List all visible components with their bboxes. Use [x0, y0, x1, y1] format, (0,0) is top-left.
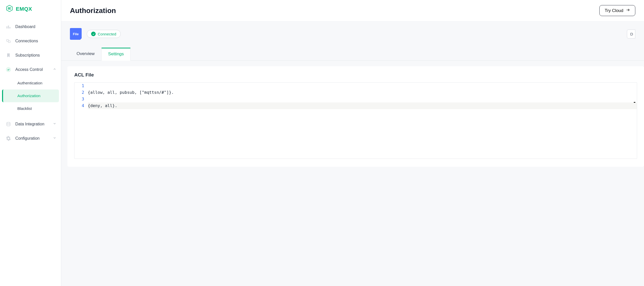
chevron-up-icon: [53, 67, 56, 72]
main-content: Authorization Try Cloud File Connected: [61, 0, 644, 286]
svg-rect-4: [7, 26, 7, 28]
line-number: 1: [75, 83, 88, 89]
svg-point-9: [7, 122, 10, 124]
file-chip-label: File: [73, 32, 79, 36]
editor-cursor-mark: [634, 102, 635, 103]
sidebar-item-label: Authorization: [17, 94, 40, 98]
status-text: Connected: [98, 32, 116, 36]
sidebar-item-label: Subscriptions: [15, 53, 56, 58]
content-area: File Connected D Overview Settings: [61, 21, 644, 286]
chevron-down-icon: [53, 136, 56, 141]
tab-label: Settings: [108, 51, 124, 56]
link-icon: [6, 38, 11, 44]
chevron-down-icon: [53, 122, 56, 126]
bookmark-plus-icon: [6, 53, 11, 58]
sidebar-item-data-integration[interactable]: Data Integration: [0, 117, 61, 131]
gear-icon: [6, 136, 11, 141]
settings-panel: ACL File 1 2 {allow, all, pubsub, ["mqtt…: [67, 66, 644, 167]
check-circle-icon: [91, 32, 96, 36]
sidebar-item-label: Authentication: [17, 81, 42, 85]
try-cloud-button[interactable]: Try Cloud: [599, 5, 635, 16]
sidebar-item-connections[interactable]: Connections: [0, 34, 61, 48]
line-number: 2: [75, 89, 88, 96]
emqx-logo-icon: [6, 5, 13, 13]
source-row: File Connected D: [61, 21, 644, 40]
brand-name: EMQX: [16, 6, 32, 12]
svg-rect-5: [8, 25, 9, 29]
sidebar-item-label: Blacklist: [17, 106, 32, 111]
try-cloud-label: Try Cloud: [605, 8, 623, 13]
line-number: 3: [75, 96, 88, 102]
database-icon: [6, 121, 11, 127]
code-line: [88, 83, 637, 89]
sidebar-item-authorization[interactable]: Authorization: [2, 89, 59, 102]
sidebar-item-label: Configuration: [15, 136, 53, 141]
sidebar-item-label: Connections: [15, 39, 56, 43]
sidebar-item-access-control[interactable]: Access Control: [0, 62, 61, 77]
sidebar-item-label: Data Integration: [15, 122, 53, 126]
code-line: {allow, all, pubsub, ["mqttsn/#"]}.: [88, 89, 637, 96]
tab-settings[interactable]: Settings: [101, 48, 131, 61]
sidebar-item-label: Access Control: [15, 67, 53, 72]
edge-action-button[interactable]: D: [627, 30, 635, 38]
shield-check-icon: [6, 67, 11, 72]
tabs: Overview Settings: [61, 40, 644, 61]
brand-logo[interactable]: EMQX: [0, 0, 61, 18]
code-line: {deny, all}.: [88, 102, 637, 109]
code-line: [88, 96, 637, 102]
arrow-right-icon: [626, 8, 630, 13]
sidebar-item-blacklist[interactable]: Blacklist: [2, 102, 59, 115]
sidebar-item-authentication[interactable]: Authentication: [2, 77, 59, 89]
page-title: Authorization: [70, 7, 116, 15]
panel-title: ACL File: [74, 72, 637, 78]
bar-chart-icon: [6, 24, 11, 30]
tab-overview[interactable]: Overview: [70, 48, 101, 61]
connection-status-pill: Connected: [87, 30, 121, 38]
sidebar-item-subscriptions[interactable]: Subscriptions: [0, 48, 61, 62]
tab-label: Overview: [77, 51, 95, 56]
sidebar-sublist-access-control: Authentication Authorization Blacklist: [2, 77, 59, 115]
sidebar: EMQX Dashboard Connections Subscriptions: [0, 0, 61, 286]
acl-code-editor[interactable]: 1 2 {allow, all, pubsub, ["mqttsn/#"]}. …: [74, 82, 637, 159]
sidebar-item-dashboard[interactable]: Dashboard: [0, 20, 61, 34]
line-number: 4: [75, 102, 88, 109]
svg-rect-6: [9, 27, 10, 29]
file-source-chip[interactable]: File: [70, 28, 82, 40]
page-header: Authorization Try Cloud: [61, 0, 644, 21]
sidebar-item-label: Dashboard: [15, 24, 56, 29]
sidebar-nav: Dashboard Connections Subscriptions: [0, 18, 61, 148]
sidebar-item-configuration[interactable]: Configuration: [0, 131, 61, 146]
